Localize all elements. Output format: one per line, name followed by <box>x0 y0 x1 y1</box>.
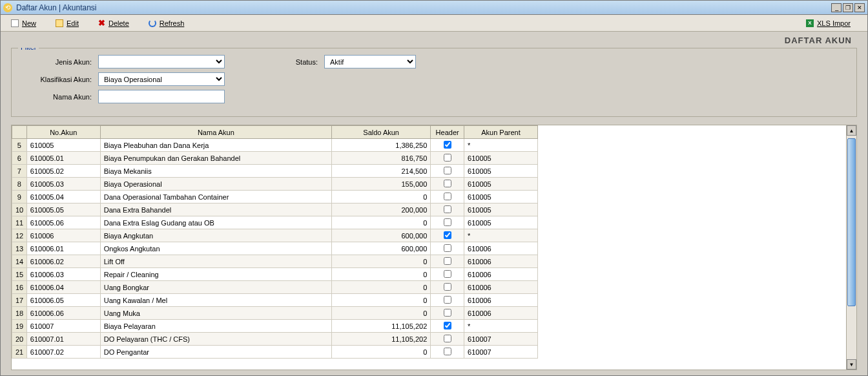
cell-nama-akun: Biaya Penumpukan dan Gerakan Bahandel <box>100 152 331 165</box>
table-row[interactable]: 16610006.04Uang Bongkar0610006 <box>12 281 538 294</box>
klasifikasi-select[interactable]: Biaya Operasional <box>98 72 225 86</box>
col-akun-parent[interactable]: Akun Parent <box>464 126 538 139</box>
cell-saldo: 0 <box>332 268 431 281</box>
cell-no-akun: 610006.06 <box>26 307 100 320</box>
jenis-akun-select[interactable] <box>98 55 225 68</box>
akun-table: No.Akun Nama Akun Saldo Akun Header Akun… <box>12 125 538 359</box>
nama-akun-input[interactable] <box>98 90 225 103</box>
cell-no-akun: 610006.05 <box>26 294 100 307</box>
cell-saldo: 600,000 <box>332 229 431 242</box>
cell-no-akun: 610005.06 <box>26 216 100 229</box>
cell-saldo: 11,105,202 <box>332 320 431 333</box>
scroll-thumb[interactable] <box>847 138 856 306</box>
cell-no-akun: 610005.02 <box>26 165 100 178</box>
table-row[interactable]: 18610006.06Uang Muka0610006 <box>12 307 538 320</box>
header-checkbox[interactable] <box>444 218 451 226</box>
cell-parent: 610005 <box>464 191 538 204</box>
close-icon[interactable]: ✕ <box>854 3 865 12</box>
table-row[interactable]: 11610005.06Dana Extra Eslag Gudang atau … <box>12 216 538 229</box>
table-row[interactable]: 8610005.03Biaya Operasional155,000610005 <box>12 178 538 191</box>
cell-saldo: 214,500 <box>332 165 431 178</box>
cell-header <box>431 346 464 359</box>
table-row[interactable]: 17610006.05Uang Kawalan / Mel0610006 <box>12 294 538 307</box>
scroll-down-icon[interactable]: ▼ <box>847 359 856 370</box>
new-button[interactable]: New <box>5 18 43 28</box>
header-checkbox[interactable] <box>444 193 451 200</box>
cell-header <box>431 281 464 294</box>
cell-header <box>431 268 464 281</box>
cell-no-akun: 610005.04 <box>26 191 100 204</box>
table-row[interactable]: 19610007Biaya Pelayaran11,105,202* <box>12 320 538 333</box>
table-row[interactable]: 20610007.01DO Pelayaran (THC / CFS)11,10… <box>12 333 538 346</box>
cell-parent: 610005 <box>464 178 538 191</box>
window-title: Daftar Akun | Akuntansi <box>16 3 97 12</box>
cell-saldo: 0 <box>332 216 431 229</box>
cell-nama-akun: Uang Bongkar <box>100 281 331 294</box>
klasifikasi-label: Klasifikasi Akun: <box>21 76 92 83</box>
table-row[interactable]: 15610006.03Repair / Cleaning0610006 <box>12 268 538 281</box>
row-number: 13 <box>12 242 27 255</box>
xls-import-button[interactable]: X XLS Impor <box>800 18 857 28</box>
cell-saldo: 816,750 <box>332 152 431 165</box>
scroll-up-icon[interactable]: ▲ <box>847 125 856 136</box>
table-row[interactable]: 5610005Biaya Pleabuhan dan Dana Kerja1,3… <box>12 139 538 152</box>
header-checkbox[interactable] <box>444 180 451 187</box>
cell-header <box>431 165 464 178</box>
table-row[interactable]: 9610005.04Dana Operasional Tambahan Cont… <box>12 191 538 204</box>
status-select[interactable]: Aktif <box>324 55 416 68</box>
cell-parent: * <box>464 320 538 333</box>
header-checkbox[interactable] <box>444 348 451 355</box>
col-saldo-akun[interactable]: Saldo Akun <box>332 126 431 139</box>
header-checkbox[interactable] <box>444 205 451 213</box>
vertical-scrollbar[interactable]: ▲ ▼ <box>846 125 856 370</box>
minimize-icon[interactable]: ⎯ <box>831 3 842 12</box>
header-checkbox[interactable] <box>444 244 451 252</box>
cell-nama-akun: Biaya Operasional <box>100 178 331 191</box>
header-checkbox[interactable] <box>444 309 451 317</box>
header-checkbox[interactable] <box>444 167 451 174</box>
cell-parent: 610007 <box>464 346 538 359</box>
header-checkbox[interactable] <box>444 335 451 342</box>
table-row[interactable]: 14610006.02Lift Off0610006 <box>12 255 538 268</box>
table-row[interactable]: 21610007.02DO Pengantar0610007 <box>12 346 538 359</box>
cell-no-akun: 610005.05 <box>26 204 100 216</box>
table-row[interactable]: 12610006Biaya Angkutan600,000* <box>12 229 538 242</box>
col-rownum[interactable] <box>12 126 27 139</box>
cell-parent: 610005 <box>464 216 538 229</box>
header-checkbox[interactable] <box>444 231 451 239</box>
cell-header <box>431 255 464 268</box>
cell-saldo: 0 <box>332 255 431 268</box>
cell-parent: 610006 <box>464 294 538 307</box>
app-icon: ⟲ <box>3 3 12 12</box>
page-title: DAFTAR AKUN <box>1 32 867 48</box>
table-row[interactable]: 13610006.01Ongkos Angkutan600,000610006 <box>12 242 538 255</box>
cell-parent: 610006 <box>464 255 538 268</box>
header-checkbox[interactable] <box>444 270 451 278</box>
col-nama-akun[interactable]: Nama Akun <box>100 126 331 139</box>
col-header[interactable]: Header <box>431 126 464 139</box>
table-row[interactable]: 10610005.05Dana Extra Bahandel200,000610… <box>12 204 538 216</box>
cell-nama-akun: Lift Off <box>100 255 331 268</box>
cell-nama-akun: Ongkos Angkutan <box>100 242 331 255</box>
header-checkbox[interactable] <box>444 283 451 291</box>
col-no-akun[interactable]: No.Akun <box>26 126 100 139</box>
cell-no-akun: 610007.02 <box>26 346 100 359</box>
cell-saldo: 0 <box>332 307 431 320</box>
header-checkbox[interactable] <box>444 141 451 149</box>
cell-nama-akun: Repair / Cleaning <box>100 268 331 281</box>
row-number: 14 <box>12 255 27 268</box>
delete-icon: ✖ <box>98 19 105 27</box>
delete-button[interactable]: ✖ Delete <box>92 17 136 28</box>
row-number: 17 <box>12 294 27 307</box>
refresh-button[interactable]: Refresh <box>142 18 191 28</box>
table-row[interactable]: 6610005.01Biaya Penumpukan dan Gerakan B… <box>12 152 538 165</box>
header-checkbox[interactable] <box>444 322 451 329</box>
table-row[interactable]: 7610005.02Biaya Mekaniis214,500610005 <box>12 165 538 178</box>
cell-nama-akun: DO Pelayaran (THC / CFS) <box>100 333 331 346</box>
edit-button[interactable]: Edit <box>49 18 85 28</box>
header-checkbox[interactable] <box>444 296 451 304</box>
filter-legend: Filter <box>18 48 39 51</box>
header-checkbox[interactable] <box>444 257 451 265</box>
header-checkbox[interactable] <box>444 154 451 162</box>
restore-icon[interactable]: ❐ <box>843 3 853 12</box>
